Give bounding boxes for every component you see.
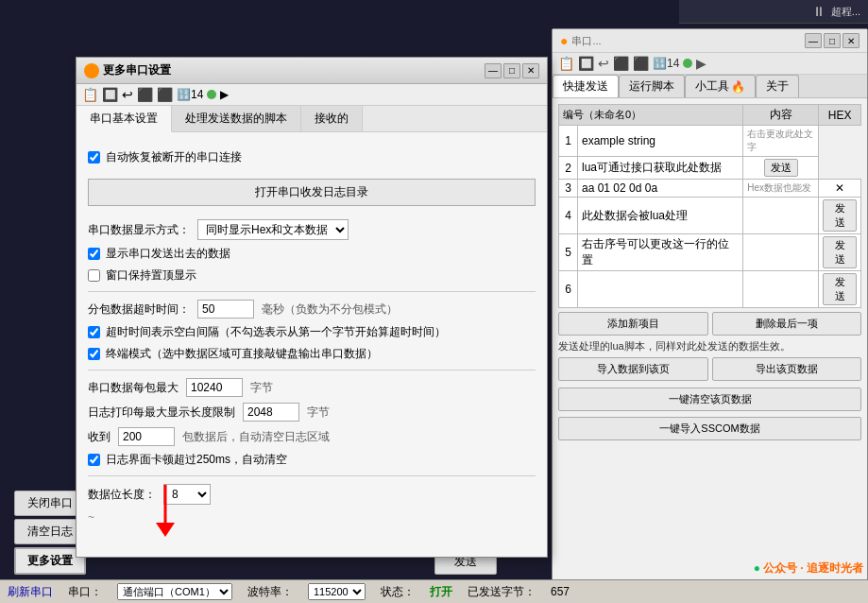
auto-clear-input[interactable] bbox=[118, 427, 175, 446]
row-4-content[interactable]: 此处数据会被lua处理 bbox=[578, 198, 743, 234]
import-sscom-btn[interactable]: 一键导入SSCOM数据 bbox=[558, 417, 861, 440]
split-timeout-label: 分包数据超时时间： bbox=[88, 302, 190, 318]
maximize-btn[interactable]: □ bbox=[824, 33, 841, 48]
table-row: 1 example string 右击更改此处文字 bbox=[559, 126, 861, 157]
window-top-row: 窗口保持置顶显示 bbox=[88, 267, 536, 284]
tab-tools[interactable]: 小工具 🔥 bbox=[685, 75, 756, 97]
max-display-input[interactable] bbox=[186, 378, 243, 397]
dialog-close[interactable]: ✕ bbox=[522, 63, 539, 78]
max-display-unit: 字节 bbox=[250, 380, 273, 396]
minimize-btn[interactable]: — bbox=[805, 33, 822, 48]
send-btn-6[interactable]: 发送 bbox=[823, 273, 857, 305]
send-btn-5[interactable]: 发送 bbox=[823, 236, 857, 268]
auto-clear-unit: 包数据后，自动清空日志区域 bbox=[182, 429, 330, 445]
toolbar-more: ▶ bbox=[696, 56, 706, 71]
row-5-content[interactable]: 右击序号可以更改这一行的位置 bbox=[578, 234, 743, 271]
log-limit-input[interactable] bbox=[243, 403, 299, 422]
toolbar-num-badge: 🔢14 bbox=[177, 88, 203, 101]
row-1-num: 1 bbox=[559, 126, 578, 157]
close-btn[interactable]: ✕ bbox=[842, 33, 859, 48]
sent-bytes-label: 已发送字节： bbox=[468, 584, 536, 600]
dialog-minimize[interactable]: — bbox=[485, 63, 502, 78]
status-green bbox=[683, 59, 692, 68]
col-num: 编号（未命名0） bbox=[559, 105, 743, 126]
pause-icon[interactable]: ⏸ bbox=[812, 4, 825, 19]
toolbar-icon-d: ⬛ bbox=[137, 87, 153, 102]
dialog-toolbar: 📋 🔲 ↩ ⬛ ⬛ 🔢14 ▶ bbox=[77, 84, 547, 106]
row-3-num: 3 bbox=[559, 180, 578, 198]
clear-page-btn[interactable]: 一键清空该页数据 bbox=[558, 388, 861, 411]
dialog-maximize[interactable]: □ bbox=[503, 63, 520, 78]
row-2-content[interactable]: lua可通过接口获取此处数据 bbox=[578, 157, 743, 180]
send-table: 编号（未命名0） 内容 HEX 1 example string 右击更改此处文… bbox=[558, 104, 861, 308]
top-toolbar: ⏸ 超程... bbox=[679, 0, 868, 24]
row-5-num: 5 bbox=[559, 234, 578, 271]
tab-receive[interactable]: 接收的 bbox=[301, 106, 363, 131]
tab-run-script[interactable]: 运行脚本 bbox=[619, 75, 685, 97]
status-value: 打开 bbox=[430, 584, 452, 600]
baud-select[interactable]: 115200 bbox=[308, 583, 366, 600]
sent-bytes-value: 657 bbox=[551, 585, 570, 598]
auto-reconnect-checkbox[interactable] bbox=[88, 151, 100, 164]
show-space-checkbox[interactable] bbox=[88, 326, 100, 338]
import-data-btn[interactable]: 导入数据到该页 bbox=[558, 357, 708, 381]
row-1-hex: 右击更改此处文字 bbox=[743, 126, 819, 157]
wechat-icon: ● bbox=[754, 561, 760, 575]
row-3-content[interactable]: aa 01 02 0d 0a bbox=[578, 180, 743, 198]
split-timeout-unit: 毫秒（负数为不分包模式） bbox=[262, 302, 398, 318]
display-mode-select[interactable]: 同时显示Hex和文本数据 bbox=[197, 219, 349, 240]
send-btn-2[interactable]: 发送 bbox=[764, 159, 798, 177]
table-row: 5 右击序号可以更改这一行的位置 发送 bbox=[559, 234, 861, 271]
frame-clear-row: 日志界面卡顿超过250ms，自动清空 bbox=[88, 452, 536, 468]
dialog-icon bbox=[84, 63, 99, 78]
display-mode-row: 串口数据显示方式： 同时显示Hex和文本数据 bbox=[88, 219, 536, 240]
max-display-row: 串口数据每包最大 字节 bbox=[88, 378, 536, 397]
red-arrow bbox=[146, 480, 184, 540]
delete-item-btn[interactable]: 删除最后一项 bbox=[712, 312, 862, 336]
row-3-x[interactable]: ✕ bbox=[819, 180, 861, 198]
frame-clear-checkbox[interactable] bbox=[88, 454, 100, 466]
toolbar-status bbox=[207, 90, 216, 99]
toolbar-icon-a: 📋 bbox=[82, 87, 98, 102]
show-sent-row: 显示串口发送出去的数据 bbox=[88, 246, 536, 262]
dialog-titlebar: 更多串口设置 — □ ✕ bbox=[77, 58, 547, 84]
display-mode-label: 串口数据显示方式： bbox=[88, 222, 190, 238]
show-sent-checkbox[interactable] bbox=[88, 248, 100, 260]
row-3-hex: Hex数据也能发 bbox=[743, 180, 819, 198]
port-select[interactable]: 通信端口（COM1） bbox=[117, 583, 232, 600]
tab-process[interactable]: 处理发送数据的脚本 bbox=[172, 106, 301, 131]
row-6-content[interactable] bbox=[578, 271, 743, 308]
frame-clear-label: 日志界面卡顿超过250ms，自动清空 bbox=[106, 452, 287, 468]
col-content: 内容 bbox=[743, 105, 819, 126]
auto-clear-prefix: 收到 bbox=[88, 429, 111, 445]
lua-info: 发送处理的lua脚本，同样对此处发送的数据生效。 bbox=[558, 339, 861, 353]
open-log-btn[interactable]: 打开串口收发日志目录 bbox=[88, 179, 536, 206]
col-hex: HEX bbox=[819, 105, 861, 126]
dialog-tabs: 串口基本设置 处理发送数据的脚本 接收的 bbox=[77, 106, 547, 132]
add-item-btn[interactable]: 添加新项目 bbox=[558, 312, 708, 336]
split-timeout-row: 分包数据超时时间： 毫秒（负数为不分包模式） bbox=[88, 300, 536, 319]
port-label: 串口： bbox=[68, 584, 102, 600]
tab-basic[interactable]: 串口基本设置 bbox=[77, 106, 172, 132]
terminal-mode-checkbox[interactable] bbox=[88, 348, 100, 360]
new-serial-btn[interactable]: 刷新串口 bbox=[8, 584, 53, 600]
table-row: 2 lua可通过接口获取此处数据 发送 bbox=[559, 157, 861, 180]
window-top-checkbox[interactable] bbox=[88, 269, 100, 282]
tab-about[interactable]: 关于 bbox=[756, 75, 799, 97]
send-btn-4[interactable]: 发送 bbox=[823, 199, 857, 232]
tab-quick-send[interactable]: 快捷发送 bbox=[553, 75, 619, 97]
export-data-btn[interactable]: 导出该页数据 bbox=[712, 357, 862, 381]
split-timeout-input[interactable] bbox=[197, 300, 254, 319]
show-sent-label: 显示串口发送出去的数据 bbox=[106, 246, 230, 262]
wechat-text: 公众号 · 追逐时光者 bbox=[763, 561, 863, 575]
toolbar-icon-5: ⬛ bbox=[633, 56, 649, 71]
right-panel-title: 串口... bbox=[571, 34, 601, 48]
show-space-label: 超时时间表示空白间隔（不勾选表示从第一个字节开始算超时时间） bbox=[106, 324, 446, 340]
toolbar-icon-e: ⬛ bbox=[157, 87, 173, 102]
row-1-content[interactable]: example string bbox=[578, 126, 743, 157]
toolbar-arrow: ▶ bbox=[220, 88, 229, 101]
window-top-label: 窗口保持置顶显示 bbox=[106, 267, 196, 284]
toolbar-num: 🔢14 bbox=[653, 57, 679, 70]
dialog-title-text: 更多串口设置 bbox=[103, 62, 171, 78]
log-limit-unit: 字节 bbox=[307, 405, 330, 421]
